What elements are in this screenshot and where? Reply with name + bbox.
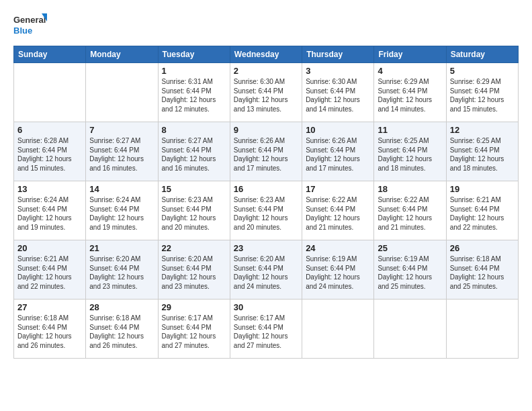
day-info: Sunrise: 6:20 AM Sunset: 6:44 PM Dayligh… xyxy=(234,255,298,291)
svg-text:General: General xyxy=(13,15,46,25)
calendar-cell: 3Sunrise: 6:30 AM Sunset: 6:44 PM Daylig… xyxy=(302,63,374,122)
calendar-cell: 12Sunrise: 6:25 AM Sunset: 6:44 PM Dayli… xyxy=(446,122,518,181)
day-info: Sunrise: 6:18 AM Sunset: 6:44 PM Dayligh… xyxy=(89,314,154,350)
calendar-cell: 13Sunrise: 6:24 AM Sunset: 6:44 PM Dayli… xyxy=(14,181,86,240)
calendar-cell: 8Sunrise: 6:27 AM Sunset: 6:44 PM Daylig… xyxy=(158,122,230,181)
logo: General Blue xyxy=(13,11,47,39)
weekday-header-monday: Monday xyxy=(86,46,158,63)
calendar-cell: 22Sunrise: 6:20 AM Sunset: 6:44 PM Dayli… xyxy=(158,240,230,300)
day-info: Sunrise: 6:29 AM Sunset: 6:44 PM Dayligh… xyxy=(450,77,515,113)
calendar-cell: 2Sunrise: 6:30 AM Sunset: 6:44 PM Daylig… xyxy=(230,63,302,122)
calendar-cell: 11Sunrise: 6:25 AM Sunset: 6:44 PM Dayli… xyxy=(374,122,446,181)
day-number: 7 xyxy=(89,125,154,135)
day-number: 13 xyxy=(17,184,82,194)
day-info: Sunrise: 6:17 AM Sunset: 6:44 PM Dayligh… xyxy=(162,314,226,350)
day-info: Sunrise: 6:24 AM Sunset: 6:44 PM Dayligh… xyxy=(89,195,154,232)
day-number: 14 xyxy=(89,184,154,194)
calendar-cell xyxy=(86,63,158,122)
calendar-cell: 4Sunrise: 6:29 AM Sunset: 6:44 PM Daylig… xyxy=(374,63,446,122)
week-row-4: 20Sunrise: 6:21 AM Sunset: 6:44 PM Dayli… xyxy=(14,240,519,300)
calendar-cell: 28Sunrise: 6:18 AM Sunset: 6:44 PM Dayli… xyxy=(86,300,158,359)
week-row-1: 1Sunrise: 6:31 AM Sunset: 6:44 PM Daylig… xyxy=(14,63,519,122)
calendar-table: SundayMondayTuesdayWednesdayThursdayFrid… xyxy=(13,46,519,359)
day-number: 8 xyxy=(162,125,226,135)
day-number: 15 xyxy=(162,184,226,194)
week-row-3: 13Sunrise: 6:24 AM Sunset: 6:44 PM Dayli… xyxy=(14,181,519,240)
day-info: Sunrise: 6:17 AM Sunset: 6:44 PM Dayligh… xyxy=(234,314,298,350)
day-number: 22 xyxy=(162,243,226,253)
day-number: 11 xyxy=(378,125,442,135)
day-number: 19 xyxy=(450,184,515,194)
day-number: 18 xyxy=(378,184,442,194)
calendar-cell: 15Sunrise: 6:23 AM Sunset: 6:44 PM Dayli… xyxy=(158,181,230,240)
day-number: 30 xyxy=(234,302,298,312)
day-number: 9 xyxy=(234,125,298,135)
week-row-5: 27Sunrise: 6:18 AM Sunset: 6:44 PM Dayli… xyxy=(14,300,519,359)
calendar-cell: 16Sunrise: 6:23 AM Sunset: 6:44 PM Dayli… xyxy=(230,181,302,240)
day-number: 27 xyxy=(17,302,82,312)
calendar-cell: 23Sunrise: 6:20 AM Sunset: 6:44 PM Dayli… xyxy=(230,240,302,300)
day-number: 12 xyxy=(450,125,515,135)
day-number: 16 xyxy=(234,184,298,194)
day-number: 2 xyxy=(234,66,298,76)
weekday-header-tuesday: Tuesday xyxy=(158,46,230,63)
calendar-cell: 5Sunrise: 6:29 AM Sunset: 6:44 PM Daylig… xyxy=(446,63,518,122)
calendar-cell xyxy=(446,300,518,359)
day-number: 29 xyxy=(162,302,226,312)
day-info: Sunrise: 6:23 AM Sunset: 6:44 PM Dayligh… xyxy=(234,195,298,232)
calendar-cell: 24Sunrise: 6:19 AM Sunset: 6:44 PM Dayli… xyxy=(302,240,374,300)
page: General Blue SundayMondayTuesdayWednesda… xyxy=(0,0,532,411)
day-info: Sunrise: 6:22 AM Sunset: 6:44 PM Dayligh… xyxy=(378,195,442,232)
calendar-cell xyxy=(302,300,374,359)
day-info: Sunrise: 6:20 AM Sunset: 6:44 PM Dayligh… xyxy=(89,255,154,291)
svg-text:Blue: Blue xyxy=(13,26,32,36)
calendar-cell: 14Sunrise: 6:24 AM Sunset: 6:44 PM Dayli… xyxy=(86,181,158,240)
calendar-cell: 17Sunrise: 6:22 AM Sunset: 6:44 PM Dayli… xyxy=(302,181,374,240)
day-info: Sunrise: 6:27 AM Sunset: 6:44 PM Dayligh… xyxy=(162,136,226,173)
week-row-2: 6Sunrise: 6:28 AM Sunset: 6:44 PM Daylig… xyxy=(14,122,519,181)
day-info: Sunrise: 6:19 AM Sunset: 6:44 PM Dayligh… xyxy=(378,255,442,291)
day-info: Sunrise: 6:18 AM Sunset: 6:44 PM Dayligh… xyxy=(17,314,82,350)
calendar-cell: 26Sunrise: 6:18 AM Sunset: 6:44 PM Dayli… xyxy=(446,240,518,300)
day-info: Sunrise: 6:21 AM Sunset: 6:44 PM Dayligh… xyxy=(450,195,515,232)
day-number: 3 xyxy=(306,66,370,76)
day-info: Sunrise: 6:23 AM Sunset: 6:44 PM Dayligh… xyxy=(162,195,226,232)
day-number: 26 xyxy=(450,243,515,253)
calendar-cell: 29Sunrise: 6:17 AM Sunset: 6:44 PM Dayli… xyxy=(158,300,230,359)
day-number: 10 xyxy=(306,125,370,135)
calendar-cell xyxy=(374,300,446,359)
day-number: 25 xyxy=(378,243,442,253)
calendar-cell: 10Sunrise: 6:26 AM Sunset: 6:44 PM Dayli… xyxy=(302,122,374,181)
weekday-header-sunday: Sunday xyxy=(14,46,86,63)
calendar-cell: 18Sunrise: 6:22 AM Sunset: 6:44 PM Dayli… xyxy=(374,181,446,240)
day-info: Sunrise: 6:30 AM Sunset: 6:44 PM Dayligh… xyxy=(306,77,370,113)
calendar-cell: 27Sunrise: 6:18 AM Sunset: 6:44 PM Dayli… xyxy=(14,300,86,359)
day-number: 17 xyxy=(306,184,370,194)
weekday-header-thursday: Thursday xyxy=(302,46,374,63)
calendar-cell: 9Sunrise: 6:26 AM Sunset: 6:44 PM Daylig… xyxy=(230,122,302,181)
day-info: Sunrise: 6:25 AM Sunset: 6:44 PM Dayligh… xyxy=(450,136,515,173)
header: General Blue xyxy=(13,11,519,39)
calendar-cell: 25Sunrise: 6:19 AM Sunset: 6:44 PM Dayli… xyxy=(374,240,446,300)
day-number: 5 xyxy=(450,66,515,76)
weekday-header-friday: Friday xyxy=(374,46,446,63)
day-info: Sunrise: 6:24 AM Sunset: 6:44 PM Dayligh… xyxy=(17,195,82,232)
weekday-header-wednesday: Wednesday xyxy=(230,46,302,63)
day-number: 23 xyxy=(234,243,298,253)
day-info: Sunrise: 6:21 AM Sunset: 6:44 PM Dayligh… xyxy=(17,255,82,291)
calendar-cell: 30Sunrise: 6:17 AM Sunset: 6:44 PM Dayli… xyxy=(230,300,302,359)
day-info: Sunrise: 6:30 AM Sunset: 6:44 PM Dayligh… xyxy=(234,77,298,113)
day-info: Sunrise: 6:31 AM Sunset: 6:44 PM Dayligh… xyxy=(162,77,226,113)
day-number: 21 xyxy=(89,243,154,253)
calendar-cell: 6Sunrise: 6:28 AM Sunset: 6:44 PM Daylig… xyxy=(14,122,86,181)
day-number: 1 xyxy=(162,66,226,76)
calendar-cell xyxy=(14,63,86,122)
day-info: Sunrise: 6:29 AM Sunset: 6:44 PM Dayligh… xyxy=(378,77,442,113)
day-number: 4 xyxy=(378,66,442,76)
day-info: Sunrise: 6:27 AM Sunset: 6:44 PM Dayligh… xyxy=(89,136,154,173)
calendar-cell: 7Sunrise: 6:27 AM Sunset: 6:44 PM Daylig… xyxy=(86,122,158,181)
day-info: Sunrise: 6:28 AM Sunset: 6:44 PM Dayligh… xyxy=(17,136,82,173)
day-info: Sunrise: 6:20 AM Sunset: 6:44 PM Dayligh… xyxy=(162,255,226,291)
day-number: 28 xyxy=(89,302,154,312)
calendar-cell: 1Sunrise: 6:31 AM Sunset: 6:44 PM Daylig… xyxy=(158,63,230,122)
